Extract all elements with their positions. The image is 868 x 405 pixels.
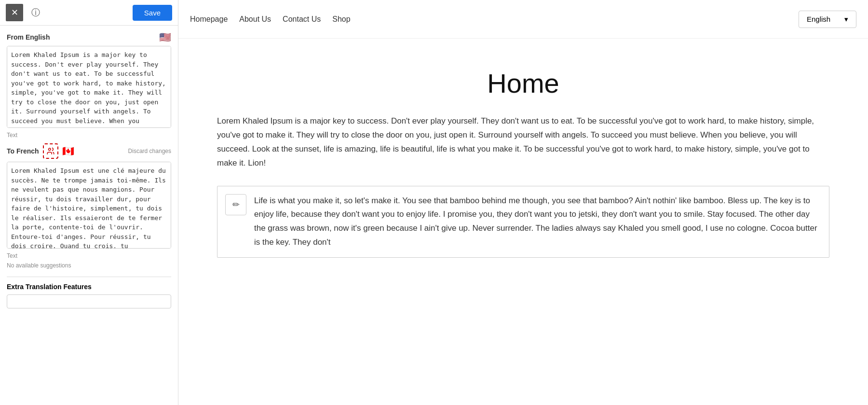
from-field-label: Text [7, 132, 171, 139]
nav-about[interactable]: About Us [239, 15, 271, 24]
edit-button[interactable]: ✏ [225, 194, 246, 215]
site-content: Home Lorem Khaled Ipsum is a major key t… [178, 39, 868, 405]
right-panel: Homepage About Us Contact Us Shop Englis… [178, 0, 868, 405]
quote-text: Life is what you make it, so let's make … [254, 194, 821, 250]
info-button[interactable]: ⓘ [27, 4, 44, 21]
edit-icon: ✏ [232, 199, 240, 210]
nav-links: Homepage About Us Contact Us Shop [190, 15, 351, 24]
site-header: Homepage About Us Contact Us Shop Englis… [178, 0, 868, 39]
from-flag: 🇺🇸 [159, 31, 171, 43]
quote-block: ✏ Life is what you make it, so let's mak… [217, 186, 829, 258]
from-title: From English [7, 33, 50, 41]
svg-point-0 [48, 148, 51, 151]
extra-input[interactable] [7, 294, 171, 308]
to-section-header: To French 🇨🇦 Discard changes [7, 143, 171, 159]
save-button[interactable]: Save [133, 5, 172, 21]
top-bar: ✕ ⓘ Save [0, 0, 178, 26]
chevron-down-icon: ▾ [844, 15, 848, 24]
main-paragraph: Lorem Khaled Ipsum is a major key to suc… [217, 114, 829, 170]
discard-link[interactable]: Discard changes [128, 148, 171, 154]
extra-section: Extra Translation Features [7, 277, 171, 308]
nav-homepage[interactable]: Homepage [190, 15, 228, 24]
close-button[interactable]: ✕ [6, 4, 23, 21]
language-label: English [807, 15, 830, 23]
nav-contact[interactable]: Contact Us [283, 15, 321, 24]
to-section: To French 🇨🇦 Discard changes Text No ava… [7, 143, 171, 269]
to-title: To French [7, 147, 39, 155]
panel-content: From English 🇺🇸 Text To French 🇨🇦 Discar… [0, 26, 178, 405]
left-panel: ✕ ⓘ Save From English 🇺🇸 Text To French [0, 0, 178, 405]
from-textarea[interactable] [7, 46, 171, 128]
people-icon [43, 143, 58, 159]
extra-title: Extra Translation Features [7, 283, 171, 291]
to-textarea[interactable] [7, 162, 171, 249]
page-title: Home [217, 68, 829, 99]
language-selector[interactable]: English ▾ [799, 11, 856, 28]
suggestions-text: No available suggestions [7, 262, 171, 269]
from-section-header: From English 🇺🇸 [7, 31, 171, 43]
nav-shop[interactable]: Shop [332, 15, 350, 24]
to-flag: 🇨🇦 [62, 145, 74, 157]
to-field-label: Text [7, 252, 17, 259]
